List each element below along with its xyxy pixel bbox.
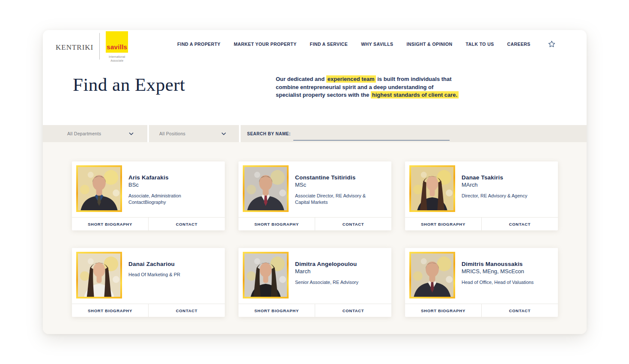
filter-bar: All Departments All Positions SEARCH BY … (43, 125, 587, 142)
expert-info: Aris Kafarakis BSc Associate, Administra… (128, 165, 214, 213)
logo-divider (99, 33, 100, 60)
departments-dropdown[interactable]: All Departments (43, 125, 147, 142)
expert-card: Danai Zachariou Head Of Marketing & PR S… (72, 248, 225, 317)
app-window: Kentriki savills International Associate… (43, 30, 587, 334)
expert-name: Danae Tsakiris (462, 174, 527, 181)
nav-item-market-your-property[interactable]: MARKET YOUR PROPERTY (234, 42, 297, 47)
search-section: SEARCH BY NAME: (241, 125, 587, 142)
chevron-down-icon (129, 132, 134, 135)
expert-card-actions: SHORT BIOGRAPHY CONTACT (238, 217, 391, 230)
nav-item-find-a-property[interactable]: FIND A PROPERTY (177, 42, 221, 47)
expert-photo-frame (76, 252, 122, 298)
expert-card-top: Dimitris Manoussakis MRICS, MEng, MScEco… (405, 248, 558, 304)
expert-card-actions: SHORT BIOGRAPHY CONTACT (405, 217, 558, 230)
short-biography-button[interactable]: SHORT BIOGRAPHY (238, 304, 315, 317)
nav-item-careers[interactable]: CAREERS (507, 42, 531, 47)
nav-item-insight-opinion[interactable]: INSIGHT & OPINION (406, 42, 452, 47)
expert-photo-frame (243, 252, 289, 298)
expert-card: Danae Tsakiris MArch Director, RE Adviso… (405, 161, 558, 230)
expert-role: Head of Office, Head of Valuations (462, 279, 534, 286)
expert-photo (411, 254, 453, 297)
expert-role: Senior Associate, RE Advisory (295, 279, 358, 286)
positions-dropdown-value: All Positions (159, 131, 185, 136)
expert-name: Dimitris Manoussakis (462, 261, 534, 267)
chevron-down-icon (221, 132, 226, 135)
expert-name: Aris Kafarakis (128, 174, 214, 181)
short-biography-button[interactable]: SHORT BIOGRAPHY (405, 218, 481, 230)
expert-photo (244, 167, 287, 210)
expert-qualifications: MSc (295, 181, 381, 188)
expert-photo-frame (409, 252, 455, 298)
expert-card: Constantine Tsitiridis MSc Associate Dir… (238, 161, 391, 230)
expert-card-top: Aris Kafarakis BSc Associate, Administra… (72, 161, 225, 217)
expert-card: Dimitra Angelopoulou March Senior Associ… (238, 248, 391, 317)
expert-info: Danae Tsakiris MArch Director, RE Adviso… (462, 165, 527, 213)
nav-item-why-savills[interactable]: WHY SAVILLS (361, 42, 393, 47)
expert-card-top: Danae Tsakiris MArch Director, RE Adviso… (405, 161, 558, 217)
expert-qualifications: BSc (128, 181, 214, 188)
expert-role: Associate Director, RE Advisory & Capita… (295, 193, 381, 205)
departments-dropdown-value: All Departments (67, 131, 101, 136)
contact-button[interactable]: CONTACT (315, 304, 391, 317)
expert-name: Constantine Tsitiridis (295, 174, 381, 181)
search-by-name-label: SEARCH BY NAME: (247, 131, 291, 136)
expert-photo-frame (76, 165, 122, 212)
contact-button[interactable]: CONTACT (481, 304, 558, 317)
expert-card-top: Danai Zachariou Head Of Marketing & PR (72, 248, 225, 304)
savills-logo: savills International Associate (106, 31, 128, 63)
expert-card: Dimitris Manoussakis MRICS, MEng, MScEco… (405, 248, 558, 317)
expert-card-actions: SHORT BIOGRAPHY CONTACT (405, 304, 558, 317)
expert-name: Dimitra Angelopoulou (295, 261, 358, 267)
hero-description: Our dedicated and experienced team is bu… (276, 75, 459, 99)
expert-name: Danai Zachariou (128, 261, 180, 267)
nav-item-find-a-service[interactable]: FIND A SERVICE (310, 42, 348, 47)
expert-role: Head Of Marketing & PR (128, 272, 180, 278)
contact-button[interactable]: CONTACT (148, 218, 225, 230)
contact-button[interactable]: CONTACT (315, 218, 391, 230)
search-by-name-input[interactable] (293, 133, 450, 140)
expert-card-top: Dimitra Angelopoulou March Senior Associ… (238, 248, 391, 304)
hero-intro-highlight: experienced team (326, 75, 376, 83)
expert-card-actions: SHORT BIOGRAPHY CONTACT (238, 304, 391, 317)
savills-wordmark: savills (107, 43, 127, 53)
page-title: Find an Expert (73, 74, 185, 95)
main-nav: FIND A PROPERTY MARKET YOUR PROPERTY FIN… (177, 40, 556, 48)
expert-info: Constantine Tsitiridis MSc Associate Dir… (295, 165, 381, 213)
expert-qualifications: March (295, 268, 358, 275)
contact-button[interactable]: CONTACT (481, 218, 558, 230)
nav-item-talk-to-us[interactable]: TALK TO US (466, 42, 494, 47)
expert-qualifications: MRICS, MEng, MScEcon (462, 268, 534, 275)
expert-card-actions: SHORT BIOGRAPHY CONTACT (72, 217, 225, 230)
savills-yellow-box: savills (106, 31, 128, 53)
kentriki-wordmark: Kentriki (56, 41, 93, 52)
hero-intro-segment: Our dedicated and (276, 76, 326, 82)
expert-photo-frame (243, 165, 289, 212)
short-biography-button[interactable]: SHORT BIOGRAPHY (405, 304, 481, 317)
star-icon[interactable] (548, 40, 556, 48)
expert-info: Dimitris Manoussakis MRICS, MEng, MScEco… (462, 252, 534, 300)
expert-role: Director, RE Advisory & Agency (462, 193, 527, 199)
expert-qualifications: MArch (462, 181, 527, 188)
experts-grid: Aris Kafarakis BSc Associate, Administra… (43, 142, 587, 334)
short-biography-button[interactable]: SHORT BIOGRAPHY (238, 218, 315, 230)
expert-info: Danai Zachariou Head Of Marketing & PR (128, 252, 180, 300)
expert-photo (244, 254, 287, 297)
expert-card-top: Constantine Tsitiridis MSc Associate Dir… (238, 161, 391, 217)
expert-card: Aris Kafarakis BSc Associate, Administra… (72, 161, 225, 230)
expert-photo (411, 167, 453, 210)
contact-button[interactable]: CONTACT (148, 304, 225, 317)
expert-photo-frame (409, 165, 455, 212)
hero-intro-highlight: highest standards of client care. (371, 91, 459, 98)
short-biography-button[interactable]: SHORT BIOGRAPHY (72, 304, 148, 317)
expert-info: Dimitra Angelopoulou March Senior Associ… (295, 252, 358, 300)
expert-card-actions: SHORT BIOGRAPHY CONTACT (72, 304, 225, 317)
brand-logo[interactable]: Kentriki savills International Associate (56, 31, 128, 63)
short-biography-button[interactable]: SHORT BIOGRAPHY (72, 218, 148, 230)
expert-photo (78, 254, 120, 297)
savills-subtitle: International Associate (109, 55, 125, 63)
positions-dropdown[interactable]: All Positions (149, 125, 239, 142)
expert-role: Associate, Administration ContactBiograp… (128, 193, 214, 205)
expert-photo (78, 167, 120, 210)
